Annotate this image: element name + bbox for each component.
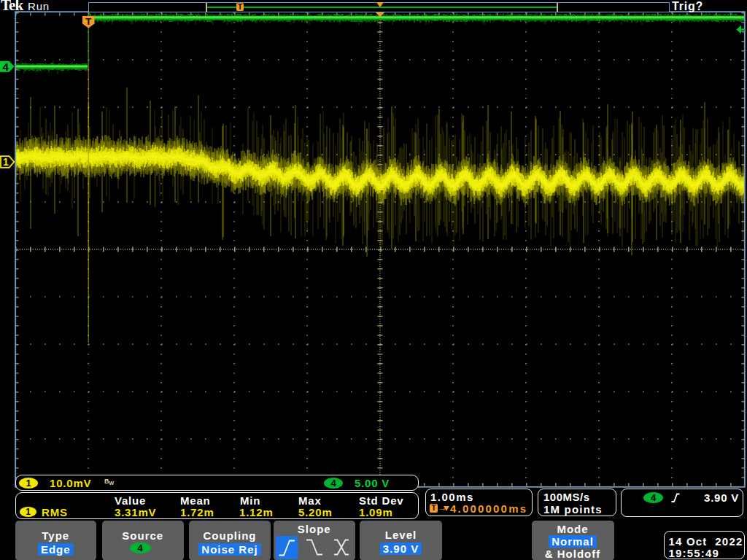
svg-text:4: 4 xyxy=(2,61,9,73)
svg-text:1: 1 xyxy=(3,156,9,168)
svg-text:T: T xyxy=(85,16,91,27)
